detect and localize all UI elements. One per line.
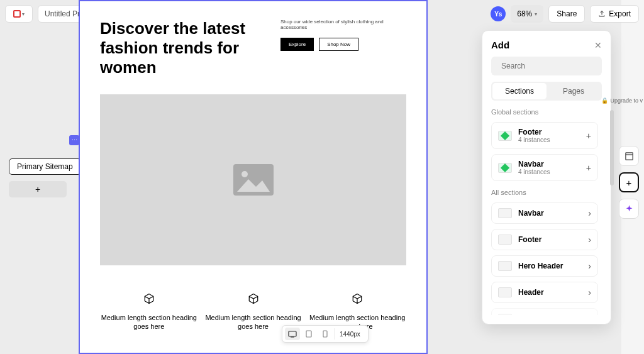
hero-subtitle: Shop our wide selection of stylish cloth… bbox=[280, 19, 406, 30]
section-thumb-icon bbox=[498, 261, 512, 271]
device-mobile-button[interactable] bbox=[318, 328, 333, 340]
search-input[interactable] bbox=[501, 62, 596, 70]
component-icon bbox=[498, 163, 512, 173]
feature-1: Medium length section heading goes here bbox=[100, 293, 198, 331]
section-header[interactable]: Header › bbox=[491, 282, 598, 303]
image-icon bbox=[233, 164, 274, 196]
drag-handle[interactable] bbox=[69, 135, 79, 145]
add-icon[interactable]: + bbox=[586, 163, 591, 173]
chevron-down-icon: ▾ bbox=[535, 11, 537, 17]
app-menu-button[interactable]: ▾ bbox=[5, 5, 33, 23]
chevron-right-icon: › bbox=[588, 235, 591, 245]
svg-rect-8 bbox=[625, 152, 632, 159]
close-icon[interactable]: ✕ bbox=[594, 40, 602, 50]
shop-now-button[interactable]: Shop Now bbox=[319, 38, 358, 51]
section-footer[interactable]: Footer › bbox=[491, 229, 598, 250]
svg-point-1 bbox=[242, 171, 248, 177]
wireframe-canvas[interactable]: Discover the latest fashion trends for w… bbox=[79, 0, 428, 354]
chevron-right-icon: › bbox=[588, 287, 591, 297]
sparkle-icon bbox=[625, 204, 634, 214]
logo-icon bbox=[13, 10, 21, 18]
lock-icon: 🔒 bbox=[601, 97, 608, 104]
label-all-sections: All sections bbox=[491, 189, 602, 196]
hero-title: Discover the latest fashion trends for w… bbox=[100, 19, 263, 78]
add-page-button[interactable]: + bbox=[9, 181, 67, 197]
rail-add-button[interactable]: + bbox=[619, 172, 639, 192]
add-panel: Add ✕ Sections Pages Global sections Foo… bbox=[482, 30, 611, 324]
component-icon bbox=[498, 131, 512, 141]
layout-icon bbox=[625, 152, 634, 161]
tab-pages[interactable]: Pages bbox=[547, 83, 601, 99]
add-icon[interactable]: + bbox=[586, 131, 591, 141]
panel-scrollbar[interactable] bbox=[610, 110, 614, 185]
rail-ai-button[interactable] bbox=[619, 199, 639, 219]
cube-icon bbox=[143, 293, 155, 304]
chevron-right-icon: › bbox=[588, 208, 591, 218]
section-thumb-icon bbox=[498, 235, 512, 245]
label-global-sections: Global sections bbox=[491, 108, 602, 116]
upgrade-prompt[interactable]: 🔒 Upgrade to v bbox=[601, 97, 643, 104]
user-avatar[interactable]: Ys bbox=[491, 6, 506, 21]
tab-sections[interactable]: Sections bbox=[492, 83, 547, 99]
cube-icon bbox=[352, 293, 363, 304]
search-input-wrap[interactable] bbox=[491, 57, 602, 75]
device-tablet-button[interactable] bbox=[301, 328, 316, 340]
section-thumb-icon bbox=[498, 287, 512, 297]
chevron-down-icon: ▾ bbox=[22, 11, 25, 17]
explore-button[interactable]: Explore bbox=[280, 38, 314, 51]
section-thumb-icon bbox=[498, 314, 512, 315]
zoom-value: 68% bbox=[517, 9, 532, 18]
section-hero-header[interactable]: Hero Header › bbox=[491, 255, 598, 277]
share-button[interactable]: Share bbox=[548, 5, 585, 23]
section-thumb-icon bbox=[498, 208, 512, 218]
cube-icon bbox=[248, 293, 259, 304]
chevron-right-icon: › bbox=[588, 261, 591, 271]
primary-sitemap-node[interactable]: Primary Sitemap bbox=[9, 158, 81, 175]
global-section-navbar[interactable]: Navbar4 instances + bbox=[491, 154, 598, 181]
panel-tabs: Sections Pages bbox=[491, 82, 602, 101]
section-feature[interactable]: Feature › bbox=[491, 308, 598, 315]
zoom-control[interactable]: 68% ▾ bbox=[511, 5, 543, 23]
svg-rect-2 bbox=[289, 331, 296, 336]
image-placeholder[interactable] bbox=[100, 94, 406, 265]
global-section-footer[interactable]: Footer4 instances + bbox=[491, 122, 598, 149]
export-icon bbox=[598, 10, 606, 18]
device-desktop-button[interactable] bbox=[285, 328, 300, 340]
export-button[interactable]: Export bbox=[590, 5, 639, 23]
svg-rect-4 bbox=[306, 331, 311, 337]
chevron-right-icon: › bbox=[588, 314, 591, 315]
panel-title: Add bbox=[491, 40, 509, 50]
rail-layout-button[interactable] bbox=[619, 146, 639, 166]
svg-rect-5 bbox=[323, 331, 327, 337]
device-toolbar: 1440px bbox=[282, 325, 369, 343]
section-navbar[interactable]: Navbar › bbox=[491, 202, 598, 224]
canvas-width-label[interactable]: 1440px bbox=[334, 328, 365, 340]
